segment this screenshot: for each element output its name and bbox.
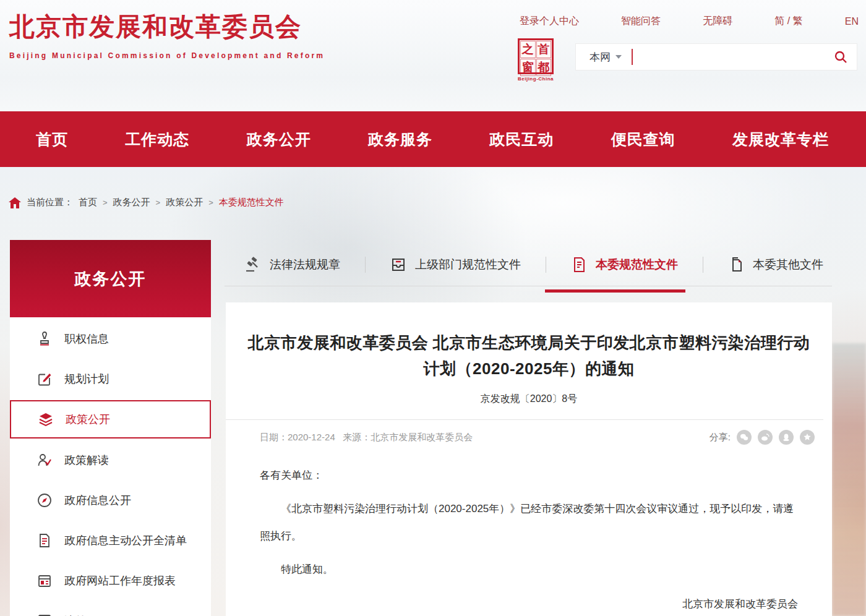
- document-number: 京发改规〔2020〕8号: [226, 393, 832, 406]
- article-body: 各有关单位： 《北京市塑料污染治理行动计划（2020-2025年）》已经市委深改…: [226, 445, 832, 616]
- site-logo[interactable]: 北京市发展和改革委员会 Beijing Municipal Commission…: [9, 10, 325, 60]
- main-nav: 首页 工作动态 政务公开 政务服务 政民互动 便民查询 发展改革专栏: [0, 111, 866, 167]
- search-input[interactable]: [633, 44, 825, 70]
- date-label: 日期：: [260, 432, 288, 442]
- nav-item-interaction[interactable]: 政民互动: [489, 129, 554, 150]
- seal-char: 窗: [520, 59, 536, 76]
- search-scope-dropdown[interactable]: 本网: [576, 50, 632, 64]
- document-tabs-row: 法律法规规章 上级部门规范性文件 本委规范性文件: [225, 247, 832, 286]
- weibo-icon[interactable]: [758, 430, 773, 445]
- sidebar-item-label: 政策公开: [66, 412, 110, 427]
- tab-label: 法律法规规章: [270, 257, 340, 273]
- sidebar-item-website-annual-report[interactable]: 政府网站工作年度报表: [10, 560, 211, 601]
- documents-icon: [728, 257, 744, 273]
- background-red-wall: [832, 343, 866, 616]
- tab-committee-other-documents[interactable]: 本委其他文件: [724, 257, 827, 273]
- tab-committee-normative-documents[interactable]: 本委规范性文件: [567, 257, 682, 273]
- layers-icon: [38, 412, 53, 427]
- tab-label: 本委规范性文件: [596, 257, 678, 273]
- compass-icon: [37, 493, 52, 508]
- sidebar-item-policy-interpretation[interactable]: 政策解读: [10, 440, 211, 480]
- source-label: 来源：: [343, 432, 371, 442]
- share-label: 分享:: [710, 432, 731, 443]
- site-title: 北京市发展和改革委员会: [9, 10, 325, 44]
- nav-item-reform-column[interactable]: 发展改革专栏: [732, 129, 829, 150]
- site-subtitle: Beijing Municipal Commission of Developm…: [9, 51, 325, 60]
- site-header: 北京市发展和改革委员会 Beijing Municipal Commission…: [0, 0, 866, 111]
- seal-char: 都: [536, 59, 552, 76]
- sidebar-item-label: 政府网站工作年度报表: [64, 573, 176, 588]
- breadcrumb-separator: >: [208, 198, 213, 207]
- gavel-icon: [245, 257, 261, 273]
- article-paragraph: 《北京市塑料污染治理行动计划（2020-2025年）》已经市委深改委第十四次会议…: [260, 495, 798, 550]
- article-source: 北京市发展和改革委员会: [371, 432, 473, 442]
- nav-item-home[interactable]: 首页: [36, 129, 68, 150]
- top-utility-links: 登录个人中心 智能问答 无障碍 简 / 繁 EN: [520, 15, 859, 28]
- article-salutation: 各有关单位：: [260, 462, 798, 489]
- inbox-icon: [390, 257, 406, 273]
- sidebar-item-label: 政府信息公开: [64, 493, 131, 508]
- sidebar-item-authority-info[interactable]: 职权信息: [10, 319, 211, 359]
- breadcrumb-policy-disclosure[interactable]: 政策公开: [166, 197, 203, 208]
- page: 北京市发展和改革委员会 Beijing Municipal Commission…: [0, 0, 866, 616]
- document-list-icon: [37, 533, 52, 548]
- sidebar-item-label: 决策目录: [64, 614, 109, 616]
- breadcrumb-current: 本委规范性文件: [219, 197, 284, 208]
- tab-superior-normative-documents[interactable]: 上级部门规范性文件: [387, 257, 525, 273]
- sidebar-item-label: 规划计划: [64, 372, 109, 387]
- search-button[interactable]: [825, 44, 857, 70]
- seal-char: 首: [536, 41, 552, 58]
- tab-divider: [365, 257, 366, 273]
- article-meta-row: 日期：2020-12-24 来源：北京市发展和改革委员会 分享:: [226, 419, 823, 445]
- document-tabs: 法律法规规章 上级部门规范性文件 本委规范性文件: [225, 247, 832, 281]
- login-link[interactable]: 登录个人中心: [520, 15, 579, 28]
- article-panel: 北京市发展和改革委员会 北京市生态环境局关于印发北京市塑料污染治理行动计划（20…: [226, 302, 832, 616]
- sidebar-item-gov-info-disclosure[interactable]: 政府信息公开: [10, 480, 211, 520]
- breadcrumb: 当前位置： 首页 > 政务公开 > 政策公开 > 本委规范性文件: [9, 197, 284, 208]
- search-icon: [833, 49, 848, 64]
- sidebar-header: 政务公开: [10, 240, 211, 317]
- stamp-icon: [37, 332, 52, 346]
- sidebar-item-label: 职权信息: [64, 332, 109, 346]
- article-title: 北京市发展和改革委员会 北京市生态环境局关于印发北京市塑料污染治理行动计划（20…: [241, 330, 817, 382]
- home-icon: [9, 197, 21, 208]
- tab-divider: [546, 257, 546, 273]
- nav-item-work-news[interactable]: 工作动态: [125, 129, 189, 150]
- tab-divider: [703, 257, 703, 273]
- accessibility-link[interactable]: 无障碍: [703, 15, 732, 28]
- report-calendar-icon: [37, 573, 52, 588]
- nav-item-gov-disclosure[interactable]: 政务公开: [247, 129, 311, 150]
- breadcrumb-gov-disclosure[interactable]: 政务公开: [113, 197, 150, 208]
- tab-label: 本委其他文件: [753, 257, 823, 273]
- breadcrumb-home[interactable]: 首页: [79, 197, 97, 208]
- beijing-china-seal-logo[interactable]: 之 首 窗 都 Beijing-China: [517, 38, 555, 82]
- sidebar-item-planning[interactable]: 规划计划: [10, 359, 211, 399]
- plan-edit-icon: [37, 372, 52, 387]
- share-bar: 分享:: [710, 430, 815, 445]
- smart-qa-link[interactable]: 智能问答: [621, 15, 661, 28]
- search-bar: 本网: [575, 43, 857, 71]
- qq-icon[interactable]: [779, 430, 794, 445]
- catalog-icon: [37, 614, 52, 616]
- seal-char: 之: [520, 41, 536, 58]
- sidebar-item-policy-disclosure[interactable]: 政策公开: [10, 400, 211, 438]
- simplified-traditional-link[interactable]: 简 / 繁: [774, 15, 802, 28]
- sidebar-item-decision-catalog[interactable]: 决策目录: [10, 601, 211, 616]
- star-icon[interactable]: [800, 430, 815, 445]
- person-check-icon: [37, 453, 52, 468]
- seal-characters: 之 首 窗 都: [518, 38, 554, 74]
- tab-laws-regulations[interactable]: 法律法规规章: [241, 257, 344, 273]
- article-date: 2020-12-24: [288, 432, 335, 442]
- seal-caption: Beijing-China: [517, 76, 555, 82]
- sidebar: 政务公开 职权信息 规划计划: [10, 240, 211, 616]
- english-link[interactable]: EN: [845, 16, 859, 27]
- sidebar-item-label: 政策解读: [64, 453, 109, 468]
- sidebar-header-label: 政务公开: [75, 268, 147, 290]
- nav-item-gov-services[interactable]: 政务服务: [368, 129, 432, 150]
- nav-item-convenient-query[interactable]: 便民查询: [611, 129, 675, 150]
- sidebar-item-proactive-disclosure-list[interactable]: 政府信息主动公开全清单: [10, 520, 211, 560]
- chevron-down-icon: [615, 55, 622, 59]
- article-paragraph: 特此通知。: [260, 556, 798, 583]
- wechat-icon[interactable]: [737, 430, 752, 445]
- article-signature: 北京市发展和改革委员会: [260, 591, 798, 616]
